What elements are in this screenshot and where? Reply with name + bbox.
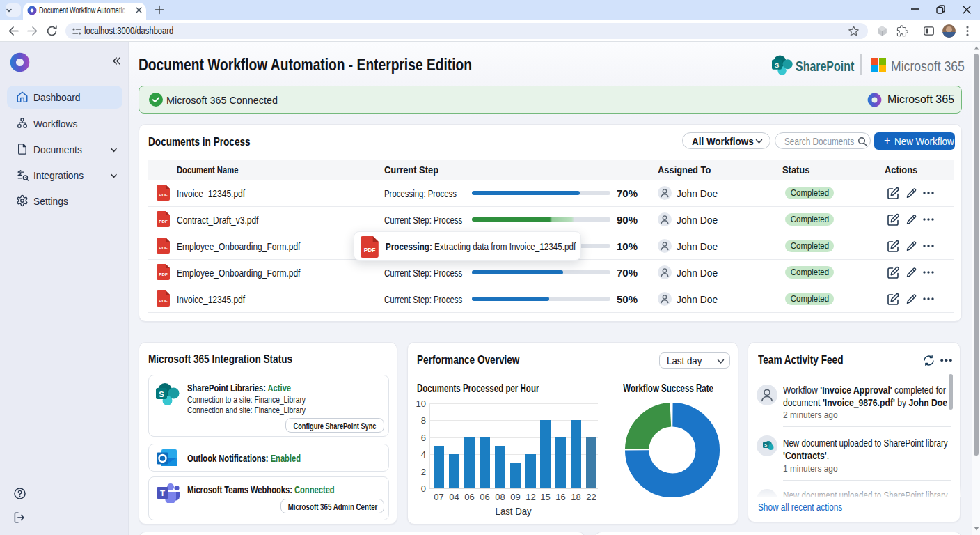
svg-text:S: S — [764, 443, 767, 447]
svg-text:PDF: PDF — [159, 272, 168, 277]
svg-text:S: S — [775, 61, 780, 69]
svg-text:PDF: PDF — [159, 245, 168, 250]
svg-text:PDF: PDF — [159, 219, 168, 224]
svg-text:S: S — [159, 390, 164, 398]
svg-text:PDF: PDF — [159, 298, 168, 303]
svg-text:PDF: PDF — [364, 247, 376, 254]
svg-text:T: T — [160, 489, 165, 497]
svg-text:PDF: PDF — [159, 192, 168, 197]
